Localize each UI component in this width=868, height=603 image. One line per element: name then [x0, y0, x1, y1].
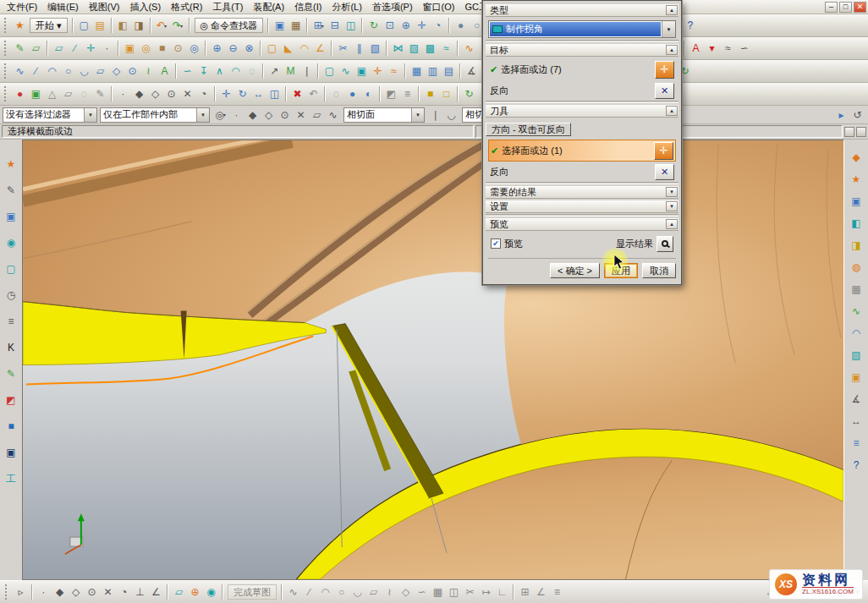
snapb-point-icon[interactable]: ∙: [36, 584, 51, 600]
snapb-quad-icon[interactable]: ◔: [117, 584, 131, 600]
menu-item-8[interactable]: 分析(L): [327, 0, 366, 14]
reflect-icon[interactable]: ∽: [737, 41, 751, 56]
lock-icon[interactable]: ■: [423, 86, 437, 101]
fillet-b-icon[interactable]: ◡: [350, 584, 365, 600]
chevron-down-icon[interactable]: ▼: [662, 21, 675, 37]
section-type[interactable]: 类型 ▴: [486, 4, 678, 17]
minimize-button[interactable]: –: [825, 2, 838, 13]
through-curves-icon[interactable]: ∿: [462, 41, 476, 56]
target-select-row[interactable]: ✔ 选择面或边 (7) ✛: [488, 58, 676, 80]
end-snap-icon[interactable]: ◆: [245, 107, 260, 123]
curve-rule-icon[interactable]: ∿: [326, 107, 340, 123]
quick-trim-icon[interactable]: ✂: [463, 584, 477, 600]
reverse-direction-button[interactable]: ✕: [655, 164, 674, 180]
menu-item-2[interactable]: 视图(V): [84, 0, 125, 14]
note-icon[interactable]: A: [689, 41, 703, 56]
chamfer-icon[interactable]: ◣: [281, 41, 295, 56]
command-finder-button[interactable]: ◎ 命令查找器: [195, 18, 264, 33]
spline-b-icon[interactable]: ≀: [382, 584, 397, 600]
snapb-end-icon[interactable]: ◆: [52, 584, 67, 600]
polygon-b-icon[interactable]: ◇: [398, 584, 413, 600]
offset-surface-icon[interactable]: ≈: [439, 41, 453, 56]
arc-icon[interactable]: ◠: [45, 63, 59, 79]
redo-icon[interactable]: ↷: [171, 18, 185, 33]
window-icon[interactable]: ⊞: [311, 18, 326, 33]
refresh-icon[interactable]: ↻: [366, 18, 381, 33]
rectangle-icon[interactable]: ▱: [93, 63, 107, 79]
spline-icon[interactable]: ≀: [141, 63, 156, 79]
analysis-gallery-icon[interactable]: ∡: [849, 392, 864, 407]
process-studio-icon[interactable]: ≡: [4, 314, 19, 329]
circle-b-icon[interactable]: ○: [334, 584, 349, 600]
intersection-snap-icon[interactable]: ✕: [294, 107, 308, 123]
materials-edit-icon[interactable]: ✎: [4, 366, 19, 381]
ok-button[interactable]: < 确定 >: [550, 263, 600, 278]
collapse-down-icon[interactable]: ▾: [666, 201, 678, 211]
i-form-icon[interactable]: ≈: [387, 63, 401, 79]
stop-at-intersection-icon[interactable]: ∣: [428, 107, 442, 123]
face-rule-icon[interactable]: ▱: [310, 107, 324, 123]
menu-item-10[interactable]: 窗口(O): [418, 0, 460, 14]
fillet-icon[interactable]: ◡: [77, 63, 91, 79]
undelete-icon[interactable]: ↶: [306, 86, 321, 101]
offset-curve-icon[interactable]: ∽: [180, 63, 195, 79]
help-icon[interactable]: ?: [683, 18, 697, 33]
part-navigator-icon[interactable]: ▣: [4, 209, 19, 224]
block-icon[interactable]: ■: [155, 41, 169, 56]
subtract-icon[interactable]: ⊖: [226, 41, 240, 56]
arc-b-icon[interactable]: ◠: [318, 584, 332, 600]
show-result-button[interactable]: [656, 236, 673, 252]
role-basic-icon[interactable]: ●: [13, 86, 27, 101]
quick-extend-icon[interactable]: ↦: [479, 584, 493, 600]
menu-item-6[interactable]: 装配(A): [248, 0, 289, 14]
tool-select-button[interactable]: ✛: [654, 142, 673, 160]
text-icon[interactable]: A: [157, 63, 172, 79]
snapb-mid-icon[interactable]: ◇: [69, 584, 83, 600]
assembly-navigator-icon[interactable]: ★: [4, 156, 19, 172]
revolve-icon[interactable]: ◎: [139, 41, 153, 56]
preview-checkbox[interactable]: ✔: [491, 238, 501, 249]
label-icon[interactable]: ▾: [705, 41, 719, 56]
cascade-icon[interactable]: ⊟: [327, 18, 342, 33]
section-preview[interactable]: 预览 ▴: [486, 218, 678, 231]
chevron-down-icon[interactable]: ▼: [411, 108, 424, 122]
restore-button[interactable]: □: [839, 2, 852, 13]
snapb-perp-icon[interactable]: ⊥: [133, 584, 147, 600]
collapse-up-icon[interactable]: ▴: [666, 106, 678, 116]
datum-axis-icon[interactable]: ∕: [68, 41, 82, 56]
offset-b-icon[interactable]: ∽: [415, 584, 429, 600]
sketch-icon[interactable]: ✎: [13, 41, 27, 56]
fit-icon[interactable]: ⊡: [382, 18, 397, 33]
nx-app-icon[interactable]: ★: [13, 18, 27, 33]
relations-icon[interactable]: ≡: [550, 584, 564, 600]
reverse-direction-button[interactable]: ✕: [655, 83, 674, 99]
orient-sketch-icon[interactable]: ⊕: [188, 584, 202, 600]
center-snap-icon[interactable]: ⊙: [277, 107, 292, 123]
copy-icon[interactable]: ▣: [272, 18, 287, 33]
roles-icon[interactable]: ◆: [849, 150, 864, 165]
edit-obj-display-icon[interactable]: ◩: [384, 86, 398, 101]
open-icon[interactable]: ▤: [93, 18, 107, 33]
bridge-icon[interactable]: ◠: [228, 63, 243, 79]
manager-icon[interactable]: K: [4, 340, 19, 355]
display-part-icon[interactable]: ◧: [116, 18, 130, 33]
datum-csys-icon[interactable]: ✛: [84, 41, 98, 56]
show-constraints-icon[interactable]: ⊞: [518, 584, 532, 600]
mirror-obj-icon[interactable]: ◫: [267, 86, 282, 101]
point-snap-icon[interactable]: ∙: [229, 107, 244, 123]
render-gallery-icon[interactable]: ▦: [849, 282, 864, 297]
isolate-icon[interactable]: ■: [4, 419, 19, 434]
section-target[interactable]: 目标 ▴: [486, 44, 678, 57]
undo-icon[interactable]: ↶: [155, 18, 169, 33]
shell-icon[interactable]: ▢: [265, 41, 279, 56]
x-form-icon[interactable]: ✛: [371, 63, 385, 79]
line-b-icon[interactable]: ∕: [302, 584, 316, 600]
constraint-navigator-icon[interactable]: ✎: [4, 183, 19, 198]
deviation-icon[interactable]: ≈: [721, 41, 735, 56]
grid-c-icon[interactable]: ▤: [442, 63, 456, 79]
status-mini-button-1[interactable]: [844, 127, 854, 137]
move-obj-icon[interactable]: ✛: [219, 86, 233, 101]
snapshot-gallery-icon[interactable]: ★: [849, 172, 864, 187]
thicken-icon[interactable]: ▩: [423, 41, 437, 56]
selection-filter-combo[interactable]: 没有选择过滤器 ▼: [3, 107, 97, 123]
